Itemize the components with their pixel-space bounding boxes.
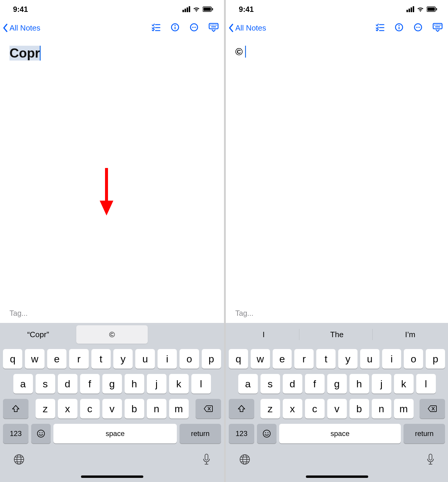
back-label: All Notes xyxy=(9,23,40,33)
checklist-icon[interactable] xyxy=(376,23,385,32)
info-icon[interactable] xyxy=(395,23,403,33)
key-x[interactable]: x xyxy=(58,399,77,418)
key-l[interactable]: l xyxy=(416,374,436,394)
more-icon[interactable] xyxy=(190,23,198,33)
shift-key[interactable] xyxy=(3,399,28,418)
shift-key[interactable] xyxy=(229,399,254,418)
key-q[interactable]: q xyxy=(229,349,248,369)
home-indicator[interactable] xyxy=(306,475,368,478)
delete-key[interactable] xyxy=(196,399,221,418)
suggestion-1[interactable]: “Copr” xyxy=(2,325,74,344)
svg-point-51 xyxy=(265,432,266,433)
key-y[interactable]: y xyxy=(113,349,133,369)
key-o[interactable]: o xyxy=(179,349,199,369)
more-icon[interactable] xyxy=(414,23,422,33)
key-v[interactable]: v xyxy=(327,399,347,418)
key-s[interactable]: s xyxy=(260,374,280,394)
return-key[interactable]: return xyxy=(179,424,221,443)
back-button[interactable]: All Notes xyxy=(2,23,40,33)
suggestion-2[interactable]: The xyxy=(301,325,372,344)
globe-key[interactable] xyxy=(239,454,251,467)
key-z[interactable]: z xyxy=(260,399,280,418)
back-button[interactable]: All Notes xyxy=(228,23,266,33)
key-d[interactable]: d xyxy=(58,374,77,394)
space-key[interactable]: space xyxy=(279,424,401,443)
key-p[interactable]: p xyxy=(202,349,221,369)
key-p[interactable]: p xyxy=(426,349,445,369)
key-row-3: z x c v b n m xyxy=(3,399,221,418)
key-j[interactable]: j xyxy=(147,374,166,394)
keyboard: q w e r t y u i o p a s d f g h j k l xyxy=(0,346,224,445)
key-y[interactable]: y xyxy=(338,349,358,369)
key-u[interactable]: u xyxy=(135,349,155,369)
checklist-icon[interactable] xyxy=(152,23,161,32)
note-content[interactable]: © Tag... xyxy=(226,37,448,323)
key-l[interactable]: l xyxy=(191,374,211,394)
tag-input[interactable]: Tag... xyxy=(235,309,439,318)
key-k[interactable]: k xyxy=(394,374,414,394)
space-key[interactable]: space xyxy=(53,424,177,443)
svg-rect-32 xyxy=(436,8,437,10)
key-n[interactable]: n xyxy=(147,399,166,418)
return-key[interactable]: return xyxy=(403,424,445,443)
key-h[interactable]: h xyxy=(125,374,144,394)
key-a[interactable]: a xyxy=(238,374,258,394)
bottom-bar xyxy=(226,445,448,482)
key-i[interactable]: i xyxy=(382,349,401,369)
key-e[interactable]: e xyxy=(273,349,292,369)
key-g[interactable]: g xyxy=(102,374,122,394)
wifi-icon xyxy=(193,6,200,12)
globe-key[interactable] xyxy=(13,454,25,467)
dictation-key[interactable] xyxy=(426,454,435,467)
key-s[interactable]: s xyxy=(36,374,55,394)
key-d[interactable]: d xyxy=(283,374,302,394)
key-x[interactable]: x xyxy=(283,399,302,418)
key-f[interactable]: f xyxy=(305,374,325,394)
hide-keyboard-icon[interactable] xyxy=(433,23,443,33)
suggestion-1[interactable]: I xyxy=(228,325,299,344)
key-g[interactable]: g xyxy=(327,374,347,394)
key-a[interactable]: a xyxy=(13,374,33,394)
suggestion-2-copyright[interactable]: © xyxy=(76,325,148,344)
key-u[interactable]: u xyxy=(360,349,379,369)
key-k[interactable]: k xyxy=(169,374,189,394)
key-m[interactable]: m xyxy=(394,399,414,418)
key-b[interactable]: b xyxy=(125,399,144,418)
tag-input[interactable]: Tag... xyxy=(9,309,215,318)
hide-keyboard-icon[interactable] xyxy=(209,23,219,33)
key-n[interactable]: n xyxy=(372,399,391,418)
key-f[interactable]: f xyxy=(80,374,100,394)
info-icon[interactable] xyxy=(171,23,179,33)
home-indicator[interactable] xyxy=(81,475,143,478)
battery-icon xyxy=(427,7,437,12)
numbers-key[interactable]: 123 xyxy=(3,424,28,443)
key-m[interactable]: m xyxy=(169,399,189,418)
key-c[interactable]: c xyxy=(305,399,325,418)
key-i[interactable]: i xyxy=(158,349,177,369)
key-r[interactable]: r xyxy=(69,349,88,369)
numbers-key[interactable]: 123 xyxy=(229,424,254,443)
key-o[interactable]: o xyxy=(404,349,423,369)
emoji-key[interactable] xyxy=(257,424,277,443)
key-r[interactable]: r xyxy=(294,349,314,369)
key-z[interactable]: z xyxy=(36,399,55,418)
delete-key[interactable] xyxy=(420,399,445,418)
emoji-key[interactable] xyxy=(31,424,51,443)
svg-rect-14 xyxy=(210,25,211,26)
suggestion-bar: I The I’m xyxy=(226,323,448,346)
note-title-selected[interactable]: Copr xyxy=(9,46,41,61)
key-c[interactable]: c xyxy=(80,399,100,418)
key-w[interactable]: w xyxy=(251,349,270,369)
key-e[interactable]: e xyxy=(47,349,66,369)
note-content[interactable]: Copr Tag... xyxy=(0,37,224,323)
key-t[interactable]: t xyxy=(316,349,336,369)
key-t[interactable]: t xyxy=(91,349,111,369)
suggestion-3[interactable]: I’m xyxy=(375,325,446,344)
key-q[interactable]: q xyxy=(3,349,22,369)
key-h[interactable]: h xyxy=(349,374,369,394)
key-v[interactable]: v xyxy=(102,399,122,418)
key-w[interactable]: w xyxy=(25,349,44,369)
key-b[interactable]: b xyxy=(349,399,369,418)
key-j[interactable]: j xyxy=(372,374,391,394)
dictation-key[interactable] xyxy=(202,454,211,467)
